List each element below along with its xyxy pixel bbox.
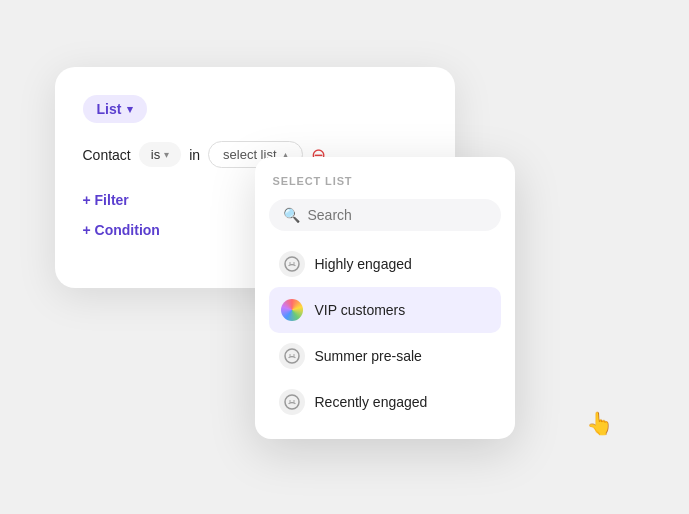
- dropdown-header: SELECT LIST: [269, 175, 501, 187]
- vip-customers-label: VIP customers: [315, 302, 406, 318]
- svg-point-2: [293, 262, 295, 264]
- list-button-label: List: [97, 101, 122, 117]
- in-label: in: [189, 147, 200, 163]
- svg-point-7: [289, 400, 291, 402]
- filter-link-label: + Filter: [83, 192, 129, 208]
- add-filter-button[interactable]: + Filter: [83, 192, 129, 208]
- search-box: 🔍: [269, 199, 501, 231]
- svg-point-8: [293, 400, 295, 402]
- svg-point-4: [289, 354, 291, 356]
- recently-engaged-icon: [279, 389, 305, 415]
- is-label: is: [151, 147, 160, 162]
- list-item-vip-customers[interactable]: VIP customers: [269, 287, 501, 333]
- is-select[interactable]: is ▾: [139, 142, 181, 167]
- list-item-highly-engaged[interactable]: Highly engaged: [269, 241, 501, 287]
- recently-engaged-label: Recently engaged: [315, 394, 428, 410]
- summer-pre-sale-icon: [279, 343, 305, 369]
- list-item-summer-pre-sale[interactable]: Summer pre-sale: [269, 333, 501, 379]
- vip-customers-icon: [279, 297, 305, 323]
- chevron-down-icon: ▾: [127, 103, 133, 116]
- cursor-icon: 👆: [586, 411, 613, 437]
- highly-engaged-icon: [279, 251, 305, 277]
- contact-label: Contact: [83, 147, 131, 163]
- svg-point-5: [293, 354, 295, 356]
- search-icon: 🔍: [283, 207, 300, 223]
- list-item-recently-engaged[interactable]: Recently engaged: [269, 379, 501, 425]
- svg-point-1: [289, 262, 291, 264]
- highly-engaged-label: Highly engaged: [315, 256, 412, 272]
- chevron-down-icon: ▾: [164, 149, 169, 160]
- select-list-dropdown: SELECT LIST 🔍 Highly engaged VIP cust: [255, 157, 515, 439]
- list-button[interactable]: List ▾: [83, 95, 148, 123]
- add-condition-button[interactable]: + Condition: [83, 222, 160, 238]
- summer-pre-sale-label: Summer pre-sale: [315, 348, 422, 364]
- condition-link-label: + Condition: [83, 222, 160, 238]
- search-input[interactable]: [308, 207, 487, 223]
